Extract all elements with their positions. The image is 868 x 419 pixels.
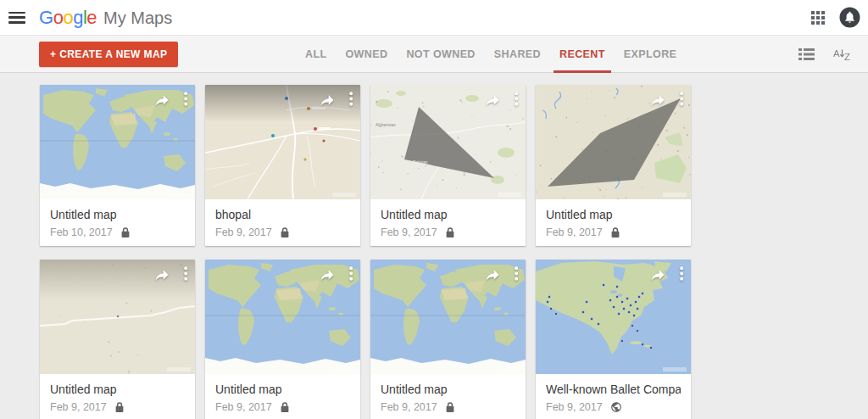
share-icon[interactable] bbox=[648, 92, 667, 109]
map-card-info: Untitled map Feb 9, 2017 bbox=[370, 374, 526, 413]
map-thumbnail[interactable] bbox=[370, 260, 526, 374]
logo-letter: G bbox=[39, 7, 53, 28]
share-icon[interactable] bbox=[483, 92, 502, 109]
map-thumbnail[interactable] bbox=[536, 260, 691, 374]
map-title: Untitled map bbox=[215, 383, 350, 396]
map-card[interactable]: Untitled map Feb 9, 2017 bbox=[40, 260, 195, 419]
tab-shared[interactable]: SHARED bbox=[494, 36, 541, 72]
more-options-icon[interactable] bbox=[680, 92, 684, 106]
notifications-bell-icon[interactable] bbox=[837, 4, 863, 31]
google-logo[interactable]: Google bbox=[39, 7, 97, 29]
logo-letter: o bbox=[63, 7, 73, 28]
product-name: My Maps bbox=[103, 8, 172, 28]
map-card[interactable]: Untitled map Feb 9, 2017 bbox=[205, 260, 360, 419]
map-thumbnail[interactable] bbox=[536, 85, 691, 199]
sort-az-icon[interactable]: A Z bbox=[833, 47, 853, 62]
logo-letter: o bbox=[53, 7, 64, 28]
more-options-icon[interactable] bbox=[515, 92, 519, 106]
tab-not-owned[interactable]: NOT OWNED bbox=[406, 36, 475, 72]
map-card[interactable]: Afghanistan Pakistan Untitled map Feb 9, bbox=[370, 85, 526, 246]
map-date: Feb 9, 2017 bbox=[546, 226, 603, 238]
map-card[interactable]: Untitled map Feb 10, 2017 bbox=[40, 85, 195, 246]
more-options-icon[interactable] bbox=[349, 266, 353, 281]
logo-letter: e bbox=[86, 7, 97, 28]
svg-text:Afghanistan: Afghanistan bbox=[376, 123, 396, 127]
lock-icon bbox=[610, 226, 620, 238]
tab-owned[interactable]: OWNED bbox=[346, 36, 388, 72]
share-icon[interactable] bbox=[648, 266, 667, 283]
map-card-info: Well-known Ballet Companie.. Feb 9, 2017 bbox=[536, 374, 691, 413]
map-date: Feb 9, 2017 bbox=[546, 401, 603, 413]
more-options-icon[interactable] bbox=[680, 266, 684, 281]
map-date: Feb 9, 2017 bbox=[381, 401, 437, 413]
map-card-info: Untitled map Feb 9, 2017 bbox=[370, 199, 526, 238]
svg-text:Z: Z bbox=[844, 52, 850, 62]
map-thumbnail[interactable] bbox=[205, 85, 360, 199]
create-map-button[interactable]: + CREATE A NEW MAP bbox=[39, 42, 178, 67]
map-card[interactable]: Untitled map Feb 9, 2017 bbox=[536, 85, 691, 246]
more-options-icon[interactable] bbox=[184, 92, 188, 106]
svg-text:A: A bbox=[833, 48, 840, 59]
cards-grid: Untitled map Feb 10, 2017 bbox=[0, 73, 828, 419]
map-date: Feb 10, 2017 bbox=[50, 226, 113, 238]
lock-icon bbox=[280, 226, 290, 238]
map-title: Untitled map bbox=[381, 208, 515, 221]
logo-letter: g bbox=[73, 7, 83, 28]
map-title: bhopal bbox=[215, 208, 350, 221]
map-thumbnail[interactable]: Afghanistan Pakistan bbox=[370, 85, 526, 199]
share-icon[interactable] bbox=[318, 266, 337, 283]
lock-icon bbox=[114, 401, 125, 413]
map-card-info: bhopal Feb 9, 2017 bbox=[205, 199, 360, 238]
share-icon[interactable] bbox=[483, 266, 502, 283]
map-card[interactable]: bhopal Feb 9, 2017 bbox=[205, 85, 360, 246]
filter-tabs: ALL OWNED NOT OWNED SHARED RECENT EXPLOR… bbox=[305, 36, 676, 72]
svg-text:Pakistan: Pakistan bbox=[413, 160, 428, 165]
map-card-info: Untitled map Feb 9, 2017 bbox=[205, 374, 360, 413]
lock-icon bbox=[280, 401, 290, 413]
list-view-icon[interactable] bbox=[798, 48, 815, 60]
tab-recent[interactable]: RECENT bbox=[559, 36, 605, 72]
lock-icon bbox=[445, 401, 455, 413]
map-title: Untitled map bbox=[381, 383, 515, 396]
map-date: Feb 9, 2017 bbox=[50, 401, 107, 413]
toolbar: + CREATE A NEW MAP ALL OWNED NOT OWNED S… bbox=[0, 35, 868, 73]
more-options-icon[interactable] bbox=[349, 92, 353, 106]
apps-grid-icon[interactable] bbox=[808, 8, 828, 28]
map-title: Well-known Ballet Companie.. bbox=[546, 383, 681, 396]
lock-icon bbox=[445, 226, 455, 238]
map-date: Feb 9, 2017 bbox=[381, 226, 437, 238]
public-icon bbox=[610, 401, 622, 413]
map-thumbnail[interactable] bbox=[40, 260, 195, 374]
map-title: Untitled map bbox=[50, 383, 185, 396]
menu-icon[interactable] bbox=[8, 12, 25, 24]
map-date: Feb 9, 2017 bbox=[215, 401, 272, 413]
tab-all[interactable]: ALL bbox=[305, 36, 327, 72]
tab-explore[interactable]: EXPLORE bbox=[624, 36, 677, 72]
map-date: Feb 9, 2017 bbox=[215, 226, 272, 238]
map-card[interactable]: Well-known Ballet Companie.. Feb 9, 2017 bbox=[536, 260, 691, 419]
share-icon[interactable] bbox=[318, 92, 337, 109]
map-thumbnail[interactable] bbox=[205, 260, 360, 374]
share-icon[interactable] bbox=[153, 266, 171, 283]
lock-icon bbox=[120, 226, 131, 238]
map-thumbnail[interactable] bbox=[40, 85, 195, 199]
map-card-info: Untitled map Feb 9, 2017 bbox=[40, 374, 195, 413]
more-options-icon[interactable] bbox=[515, 266, 519, 281]
map-title: Untitled map bbox=[546, 208, 681, 221]
map-title: Untitled map bbox=[50, 208, 185, 221]
share-icon[interactable] bbox=[153, 92, 171, 109]
map-card-info: Untitled map Feb 9, 2017 bbox=[536, 199, 691, 238]
more-options-icon[interactable] bbox=[184, 266, 188, 281]
map-card[interactable]: Untitled map Feb 9, 2017 bbox=[370, 260, 526, 419]
app-header: Google My Maps bbox=[0, 0, 868, 35]
map-card-info: Untitled map Feb 10, 2017 bbox=[40, 199, 195, 238]
